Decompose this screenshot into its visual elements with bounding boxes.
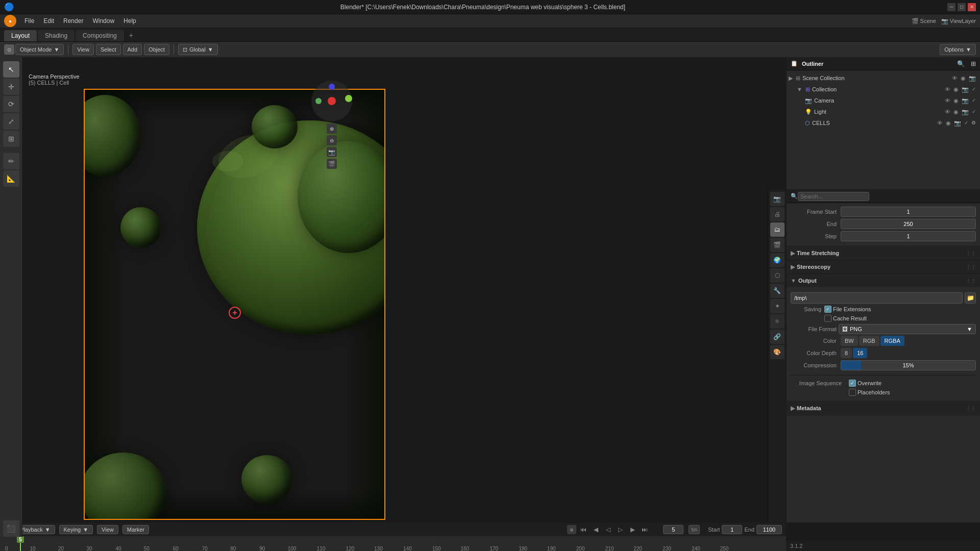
color-rgb-button[interactable]: RGB (859, 336, 879, 346)
file-format-select[interactable]: 🖼 PNG ▼ (839, 324, 976, 334)
file-extensions-check[interactable]: File Extensions (824, 306, 871, 313)
current-frame-input[interactable] (663, 525, 683, 534)
menu-render[interactable]: Render (59, 16, 87, 26)
tool-move[interactable]: ✛ (3, 79, 19, 95)
restrict-icon-light[interactable]: ✓ (972, 109, 976, 115)
file-extensions-checkbox[interactable] (824, 306, 831, 313)
tool-rotate[interactable]: ⟳ (3, 96, 19, 112)
select-icon-cells[interactable]: ◉ (946, 120, 951, 127)
keying-dropdown[interactable]: Keying ▼ (59, 525, 93, 534)
zoom-in-button[interactable]: ⊕ (327, 123, 337, 134)
jump-first-button[interactable]: ⏮ (578, 524, 589, 535)
nav-z-positive[interactable] (329, 84, 335, 90)
outliner-item-light[interactable]: 💡 Light 👁 ◉ 📷 ✓ (787, 106, 980, 117)
eye-icon-cam[interactable]: 👁 (945, 97, 950, 104)
output-header[interactable]: ▼ Output ⋮⋮ (787, 274, 980, 287)
render-button[interactable]: 🎬 (327, 159, 337, 169)
tool-scale[interactable]: ⤢ (3, 113, 19, 130)
start-frame-input[interactable] (722, 525, 742, 534)
tool-transform[interactable]: ⊞ (3, 131, 19, 147)
tab-shading[interactable]: Shading (38, 30, 75, 41)
tab-compositing[interactable]: Compositing (76, 30, 124, 41)
timeline-ruler[interactable]: 0 10 20 30 40 50 60 70 80 90 100 110 120… (0, 536, 786, 551)
restrict-icon-cells[interactable]: ✓ (964, 120, 968, 127)
menu-edit[interactable]: Edit (39, 16, 58, 26)
menu-file[interactable]: File (20, 16, 38, 26)
render-icon-cells[interactable]: 📷 (954, 120, 961, 127)
navigation-gizmo[interactable]: ⊕ ⊖ 📷 🎬 (311, 81, 352, 121)
prop-tab-modifier[interactable]: 🔧 (770, 284, 785, 298)
prop-tab-output[interactable]: 🖨 (770, 207, 785, 221)
properties-search[interactable] (798, 192, 869, 201)
jump-forward-button[interactable]: ▶ (627, 524, 638, 535)
prop-tab-constraints[interactable]: 🔗 (770, 330, 785, 344)
render-icon-2[interactable]: 📷 (962, 86, 969, 93)
minimize-button[interactable]: ─ (947, 3, 955, 11)
zoom-out-button[interactable]: ⊖ (327, 135, 337, 145)
menu-help[interactable]: Help (119, 16, 140, 26)
play-button[interactable]: ▷ (615, 524, 625, 535)
outliner-item-scene-collection[interactable]: ▶ ⊞ Scene Collection 👁 ◉ 📷 (787, 72, 980, 84)
outliner-item-camera[interactable]: 📷 Camera 👁 ◉ 📷 ✓ (787, 95, 980, 106)
outliner-search-icon[interactable]: 🔍 (957, 60, 965, 67)
output-path-input[interactable] (791, 292, 963, 304)
metadata-header[interactable]: ▶ Metadata ⋮⋮ (787, 402, 980, 415)
camera-view-button[interactable]: 📷 (327, 147, 337, 157)
end-frame-input[interactable] (756, 525, 782, 534)
tool-select[interactable]: ↖ (3, 61, 19, 78)
compression-bar[interactable]: 15% (841, 360, 976, 370)
render-icon[interactable]: 📷 (969, 75, 976, 82)
viewlayer-selector[interactable]: 📷 ViewLayer (941, 18, 976, 24)
eye-icon[interactable]: 👁 (952, 75, 958, 82)
prop-tab-world[interactable]: 🌍 (770, 253, 785, 267)
stereoscopy-header[interactable]: ▶ Stereoscopy ⋮⋮ (787, 260, 980, 273)
restrict-icon-cam[interactable]: ✓ (972, 97, 976, 104)
jump-back-button[interactable]: ◀ (591, 524, 601, 535)
overwrite-check[interactable]: Overwrite (849, 380, 881, 387)
pivot-dropdown[interactable]: ⊡ Global ▼ (178, 44, 218, 55)
color-depth-16-button[interactable]: 16 (853, 348, 867, 358)
options-dropdown[interactable]: Options ▼ (940, 44, 976, 55)
prop-tab-material[interactable]: 🎨 (770, 345, 785, 359)
scene-selector[interactable]: 🎬 Scene (912, 18, 936, 24)
render-icon-light[interactable]: 📷 (962, 109, 969, 115)
color-bw-button[interactable]: BW (841, 336, 858, 346)
placeholders-checkbox[interactable] (849, 389, 856, 396)
view-dropdown[interactable]: View (97, 525, 118, 534)
tab-layout[interactable]: Layout (4, 30, 37, 41)
outliner-filter-icon[interactable]: ⊞ (971, 60, 976, 67)
tool-measure[interactable]: 📐 (3, 170, 19, 187)
tool-annotate[interactable]: ✏ (3, 153, 19, 169)
maximize-button[interactable]: □ (958, 3, 966, 11)
outliner-item-cells[interactable]: ⬡ CELLS 👁 ◉ 📷 ✓ ⚙ (787, 117, 980, 129)
prop-tab-view-layer[interactable]: 🗂 (770, 222, 785, 237)
marker-dropdown[interactable]: Marker (122, 525, 149, 534)
close-button[interactable]: ✕ (968, 3, 976, 11)
add-workspace-button[interactable]: + (125, 29, 137, 41)
object-menu[interactable]: Object (144, 44, 169, 55)
prop-tab-scene[interactable]: 🎬 (770, 238, 785, 252)
outliner-item-collection[interactable]: ▼ ⊞ Collection 👁 ◉ 📷 ✓ (787, 84, 980, 95)
placeholders-check[interactable]: Placeholders (849, 389, 890, 396)
eye-icon-cells[interactable]: 👁 (937, 120, 943, 127)
prop-tab-particles[interactable]: ✦ (770, 299, 785, 313)
nav-center[interactable] (328, 97, 336, 105)
mode-icon[interactable]: ⊙ (4, 44, 14, 55)
prop-tab-physics[interactable]: ⚛ (770, 314, 785, 329)
select-menu[interactable]: Select (96, 44, 121, 55)
nav-x-negative[interactable] (315, 98, 322, 104)
color-rgba-button[interactable]: RGBA (880, 336, 904, 346)
record-button[interactable]: ⏺ (567, 525, 576, 534)
select-icon-light[interactable]: ◉ (953, 109, 959, 115)
output-path-browse[interactable]: 📁 (965, 292, 976, 304)
time-stretching-header[interactable]: ▶ Time Stretching ⋮⋮ (787, 246, 980, 260)
mode-dropdown[interactable]: Object Mode ▼ (15, 44, 64, 55)
eye-icon-light[interactable]: 👁 (945, 109, 950, 115)
viewport-canvas[interactable]: Camera Perspective (5) CELLS | Cell ⊕ ⊖ … (22, 70, 388, 522)
frame-step-value[interactable]: 1 (841, 231, 976, 241)
eye-icon-2[interactable]: 👁 (945, 86, 950, 93)
jump-last-button[interactable]: ⏭ (640, 524, 650, 535)
restrict-icon[interactable]: ✓ (972, 86, 976, 93)
menu-window[interactable]: Window (88, 16, 118, 26)
add-menu[interactable]: Add (123, 44, 142, 55)
